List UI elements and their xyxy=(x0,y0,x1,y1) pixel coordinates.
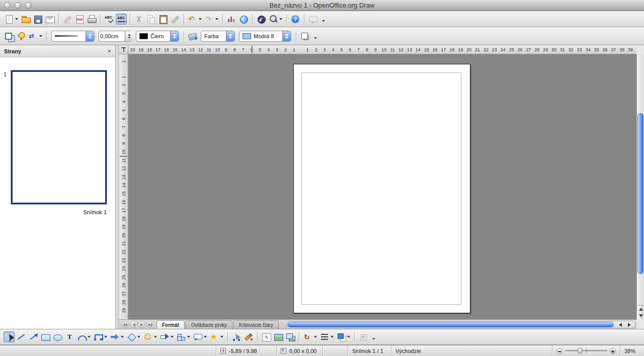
rectangle-icon[interactable] xyxy=(40,331,51,342)
redo-dropdown-caret-icon[interactable] xyxy=(215,18,218,20)
select-icon[interactable] xyxy=(4,331,15,342)
first-layer-button[interactable] xyxy=(122,321,129,328)
from-file-icon[interactable] xyxy=(273,331,284,342)
basic-shapes-caret-icon[interactable] xyxy=(137,336,140,338)
fill-color-stepper[interactable] xyxy=(282,31,291,41)
zoom-dropdown-caret-icon[interactable] xyxy=(279,18,282,20)
minimize-window-button[interactable] xyxy=(15,2,21,9)
scroll-right-icon[interactable] xyxy=(628,323,631,327)
new-document-icon[interactable] xyxy=(4,14,15,25)
scroll-left-icon[interactable] xyxy=(619,323,622,327)
previous-layer-button[interactable] xyxy=(130,321,137,328)
zoom-window-button[interactable] xyxy=(25,2,32,9)
line-style-stepper[interactable] xyxy=(86,31,94,41)
edit-file-icon[interactable] xyxy=(62,14,73,25)
fill-type-select[interactable]: Farba xyxy=(201,31,235,42)
line-icon[interactable] xyxy=(16,331,27,342)
whats-this-icon[interactable] xyxy=(307,14,318,25)
arrange-icon[interactable] xyxy=(336,331,347,342)
stars-icon[interactable] xyxy=(209,331,220,342)
cut-icon[interactable] xyxy=(133,14,144,25)
arrow-style-caret-icon[interactable] xyxy=(39,35,42,37)
interaction-icon[interactable] xyxy=(358,331,369,342)
zoom-out-button[interactable] xyxy=(556,348,562,354)
rotate-caret-icon[interactable] xyxy=(314,336,317,338)
shadow-icon[interactable] xyxy=(299,31,310,42)
area-dialog-icon[interactable] xyxy=(187,31,198,42)
page-thumbnail[interactable] xyxy=(11,70,107,204)
fill-type-stepper[interactable] xyxy=(226,31,234,41)
redo-icon[interactable] xyxy=(204,14,215,25)
title-bar[interactable]: Bez_názvu 1 - OpenOffice.org Draw xyxy=(0,0,644,11)
connector-icon[interactable] xyxy=(93,331,104,342)
flowcharts-caret-icon[interactable] xyxy=(187,336,190,338)
gallery-icon[interactable] xyxy=(285,331,296,342)
layer-tab-dimension-lines[interactable]: Kótovacie čiary xyxy=(233,320,279,329)
ellipse-icon[interactable] xyxy=(52,331,63,342)
flowcharts-icon[interactable] xyxy=(176,331,187,342)
open-icon[interactable] xyxy=(20,14,31,25)
edit-points-icon[interactable] xyxy=(231,331,242,342)
cursor-position-field[interactable]: -5,89 / 9,98 xyxy=(216,345,277,356)
alignment-caret-icon[interactable] xyxy=(331,336,334,338)
toolbar-overflow-icon[interactable] xyxy=(372,338,375,340)
pages-panel-close-icon[interactable] xyxy=(107,48,111,54)
new-dropdown-caret-icon[interactable] xyxy=(15,18,18,20)
fill-color-select[interactable]: Modrá 8 xyxy=(239,31,291,42)
symbol-shapes-icon[interactable] xyxy=(142,331,153,342)
spellcheck-icon[interactable] xyxy=(104,14,115,25)
edit-points-icon[interactable] xyxy=(4,31,15,42)
export-pdf-icon[interactable] xyxy=(74,14,85,25)
callouts-caret-icon[interactable] xyxy=(204,336,207,338)
undo-dropdown-caret-icon[interactable] xyxy=(199,18,202,20)
copy-icon[interactable] xyxy=(145,14,156,25)
line-dialog-icon[interactable] xyxy=(16,31,27,42)
page-style-field[interactable]: Východzie xyxy=(391,345,552,356)
fontwork-gallery-icon[interactable] xyxy=(261,331,272,342)
zoom-slider-thumb[interactable] xyxy=(578,348,582,353)
line-style-select[interactable] xyxy=(51,31,95,42)
lines-and-arrows-icon[interactable] xyxy=(109,331,120,342)
glue-points-icon[interactable] xyxy=(243,331,254,342)
slide-indicator[interactable]: Snímok 1 / 1 xyxy=(348,345,391,356)
scroll-up-icon[interactable] xyxy=(639,308,643,311)
curve-icon[interactable] xyxy=(76,331,87,342)
layer-tab-controls[interactable]: Ovládacie prvky xyxy=(186,320,232,329)
zoom-slider[interactable] xyxy=(565,350,607,351)
vertical-scrollbar-thumb[interactable] xyxy=(637,113,643,274)
document-as-email-icon[interactable] xyxy=(44,14,55,25)
connector-caret-icon[interactable] xyxy=(104,336,107,338)
paste-icon[interactable] xyxy=(157,14,169,25)
line-ends-with-arrow-icon[interactable] xyxy=(28,331,39,342)
curve-caret-icon[interactable] xyxy=(88,336,91,338)
stars-caret-icon[interactable] xyxy=(220,336,223,338)
vertical-ruler[interactable]: 1 12345678910111213141516171819202122232… xyxy=(119,54,128,319)
print-icon[interactable] xyxy=(86,14,97,25)
basic-shapes-icon[interactable] xyxy=(126,331,137,342)
block-arrows-icon[interactable] xyxy=(159,331,170,342)
zoom-in-button[interactable] xyxy=(610,348,616,354)
line-width-input[interactable] xyxy=(100,33,122,39)
auto-spellcheck-icon[interactable] xyxy=(116,14,127,25)
horizontal-scrollbar[interactable] xyxy=(286,321,635,328)
horizontal-scrollbar-thumb[interactable] xyxy=(287,322,614,327)
line-color-select[interactable]: Čiern xyxy=(136,31,179,42)
line-width-stepper[interactable] xyxy=(125,31,133,41)
panel-splitter[interactable] xyxy=(116,45,119,329)
alignment-icon[interactable] xyxy=(319,331,330,342)
lines-and-arrows-caret-icon[interactable] xyxy=(121,336,124,338)
text-icon[interactable] xyxy=(64,331,75,342)
drawing-page[interactable] xyxy=(293,64,470,313)
block-arrows-caret-icon[interactable] xyxy=(171,336,174,338)
navigator-icon[interactable] xyxy=(256,14,267,25)
drawing-canvas[interactable] xyxy=(128,54,636,319)
object-size-field[interactable]: 0,00 x 0,00 xyxy=(277,345,323,356)
undo-icon[interactable] xyxy=(187,14,198,25)
next-layer-button[interactable] xyxy=(138,321,145,328)
callouts-icon[interactable] xyxy=(192,331,203,342)
help-icon[interactable] xyxy=(290,14,301,25)
rotate-icon[interactable] xyxy=(302,331,313,342)
vertical-scrollbar[interactable] xyxy=(636,54,644,319)
line-width-field[interactable] xyxy=(99,31,132,42)
format-paintbrush-icon[interactable] xyxy=(170,14,181,25)
